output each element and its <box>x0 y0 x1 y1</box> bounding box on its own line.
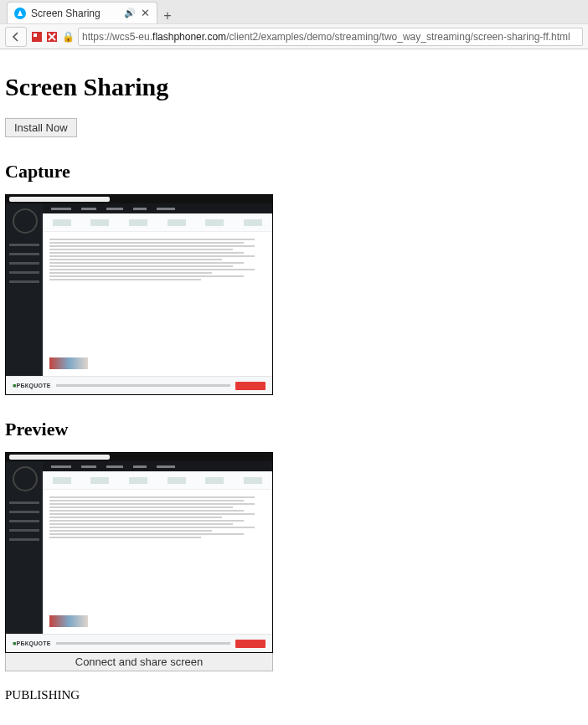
back-button[interactable] <box>5 27 27 47</box>
preview-footer-brand: ■РБКQUOTE <box>13 640 51 646</box>
svg-rect-2 <box>34 33 37 37</box>
install-now-button[interactable]: Install Now <box>5 118 77 137</box>
captured-screenshot: ■РБКQUOTE <box>6 195 272 394</box>
svg-marker-0 <box>18 10 23 16</box>
capture-heading: Capture <box>5 161 583 183</box>
url-pre-host: wcs5-eu. <box>112 31 152 43</box>
url-bar[interactable]: https://wcs5-eu.flashphoner.com/client2/… <box>78 28 583 46</box>
publish-status: PUBLISHING <box>5 688 583 702</box>
arrow-left-icon <box>10 31 22 43</box>
connect-share-button[interactable]: Connect and share screen <box>5 652 273 671</box>
extension-icon-2[interactable] <box>45 30 59 44</box>
preview-heading: Preview <box>5 419 583 440</box>
browser-tab[interactable]: Screen Sharing 🔊 ✕ <box>7 2 157 23</box>
url-proto: https:// <box>82 31 112 43</box>
page-content: Screen Sharing Install Now Capture ■РБКQ… <box>0 49 588 719</box>
new-tab-button[interactable]: + <box>157 8 178 23</box>
tab-strip: Screen Sharing 🔊 ✕ + <box>0 0 588 23</box>
preview-video: ■РБКQUOTE <box>5 452 273 653</box>
extension-icons <box>30 30 59 44</box>
url-host: flashphoner.com <box>152 31 226 43</box>
browser-chrome: Screen Sharing 🔊 ✕ + 🔒 https://wcs5-eu.f… <box>0 0 588 49</box>
tab-title: Screen Sharing <box>31 8 119 19</box>
lock-icon[interactable]: 🔒 <box>62 31 75 43</box>
navbar: 🔒 https://wcs5-eu.flashphoner.com/client… <box>0 23 588 49</box>
url-path: /client2/examples/demo/streaming/two_way… <box>226 31 570 43</box>
tab-close-icon[interactable]: ✕ <box>141 7 150 19</box>
tab-favicon-icon <box>14 8 26 19</box>
captured-footer-brand: ■РБКQUOTE <box>13 383 51 388</box>
page-title: Screen Sharing <box>5 73 583 101</box>
preview-screenshot: ■РБКQUOTE <box>6 453 272 652</box>
tab-sound-icon[interactable]: 🔊 <box>124 8 136 18</box>
capture-video: ■РБКQUOTE <box>5 194 273 395</box>
extension-icon-1[interactable] <box>30 30 44 44</box>
